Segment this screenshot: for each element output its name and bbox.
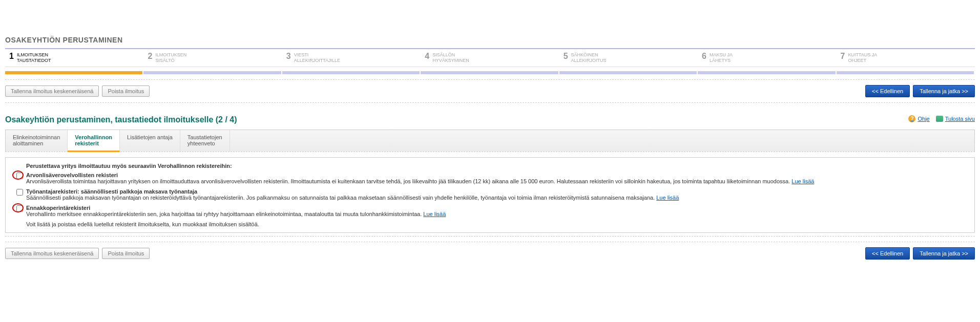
delete-notification-button[interactable]: Poista ilmoitus bbox=[102, 248, 150, 259]
register-title: Työnantajarekisteri: säännöllisesti palk… bbox=[26, 188, 967, 195]
wizard-step-line1: SÄHKÖINEN bbox=[571, 52, 607, 58]
register-desc: Säännöllisesti palkkoja maksavan työnant… bbox=[26, 195, 655, 201]
wizard-step-line1: MAKSU JA bbox=[710, 52, 733, 58]
registers-intro: Perustettava yritys ilmoittautuu myös se… bbox=[26, 163, 967, 169]
top-button-row: Tallenna ilmoitus keskeneräisenä Poista … bbox=[5, 85, 975, 97]
wizard-step-line1: SISÄLLÖN bbox=[432, 52, 469, 58]
register-item-tyonantaja: Työnantajarekisteri: säännöllisesti palk… bbox=[13, 188, 967, 201]
wizard-step-line2: TAUSTATIEDOT bbox=[17, 58, 51, 63]
wizard-step-line2: ALLEKIRJOITUS bbox=[571, 58, 607, 63]
register-item-ennakkoperinta: Ennakkoperintärekisteri Verohallinto mer… bbox=[13, 205, 967, 217]
wizard-step-num: 7 bbox=[841, 52, 845, 60]
register-desc: Arvonlisäverollista toimintaa harjoittav… bbox=[26, 178, 790, 184]
tabs: Elinkeinotoiminnanaloittaminen Verohalli… bbox=[5, 130, 975, 152]
tab-line2: rekisterit bbox=[75, 140, 112, 146]
tab-elinkeinotoiminnan-aloittaminen[interactable]: Elinkeinotoiminnanaloittaminen bbox=[6, 130, 68, 152]
highlight-circle bbox=[12, 170, 24, 180]
print-link[interactable]: Tulosta sivu bbox=[936, 116, 975, 122]
delete-notification-button[interactable]: Poista ilmoitus bbox=[102, 85, 150, 97]
wizard-step-num: 5 bbox=[564, 52, 568, 60]
wizard-step-line2: LÄHETYS bbox=[710, 58, 733, 63]
register-desc: Verohallinto merkitsee ennakkoperintärek… bbox=[26, 211, 422, 217]
tab-taustatietojen-yhteenveto[interactable]: Taustatietojenyhteenveto bbox=[180, 130, 230, 152]
help-label: Ohje bbox=[918, 116, 929, 122]
wizard-progress-bar bbox=[5, 71, 975, 74]
save-continue-button[interactable]: Tallenna ja jatka >> bbox=[913, 85, 975, 97]
wizard-steps: 1 ILMOITUKSENTAUSTATIEDOT 2 ILMOITUKSENS… bbox=[5, 48, 975, 67]
print-label: Tulosta sivu bbox=[945, 116, 975, 122]
wizard-step-line2: ALLEKIRJOITTAJILLE bbox=[294, 58, 340, 63]
wizard-step-line1: ILMOITUKSEN bbox=[155, 52, 186, 58]
wizard-step-line1: VIESTI bbox=[294, 52, 340, 58]
wizard-step-line2: OHJEET bbox=[848, 58, 877, 63]
wizard-step-num: 6 bbox=[702, 52, 706, 60]
registers-panel: Perustettava yritys ilmoittautuu myös se… bbox=[5, 157, 975, 233]
wizard-step-line2: HYVÄKSYMINEN bbox=[432, 58, 469, 63]
wizard-step-num: 2 bbox=[148, 52, 152, 60]
tab-line1: Verohallinnon bbox=[75, 134, 112, 140]
highlight-circle bbox=[12, 203, 24, 212]
tab-lisatietojen-antaja[interactable]: Lisätietojen antaja bbox=[120, 130, 180, 152]
wizard-step-6: 6 MAKSU JALÄHETYS bbox=[698, 49, 836, 67]
read-more-link[interactable]: Lue lisää bbox=[656, 195, 679, 201]
tab-line2: yhteenveto bbox=[187, 140, 222, 146]
tab-line1: Elinkeinotoiminnan bbox=[13, 134, 60, 140]
tab-line2: aloittaminen bbox=[13, 140, 60, 146]
wizard-step-num: 4 bbox=[425, 52, 429, 60]
divider bbox=[5, 242, 975, 242]
read-more-link[interactable]: Lue lisää bbox=[791, 178, 814, 184]
tab-line1: Lisätietojen antaja bbox=[127, 134, 173, 140]
wizard-step-line1: ILMOITUKSEN bbox=[17, 52, 51, 58]
wizard-step-line2: SISÄLTÖ bbox=[155, 58, 186, 63]
register-checkbox-tyonantaja[interactable] bbox=[16, 189, 23, 196]
divider bbox=[5, 102, 975, 103]
wizard-step-4: 4 SISÄLLÖNHYVÄKSYMINEN bbox=[421, 49, 559, 67]
section-heading: Osakeyhtiön perustaminen, taustatiedot i… bbox=[5, 115, 237, 124]
print-icon bbox=[936, 116, 943, 122]
wizard-step-7: 7 KUITTAUS JAOHJEET bbox=[837, 49, 975, 67]
save-draft-button[interactable]: Tallenna ilmoitus keskeneräisenä bbox=[5, 248, 99, 259]
save-continue-button[interactable]: Tallenna ja jatka >> bbox=[913, 247, 975, 260]
read-more-link[interactable]: Lue lisää bbox=[423, 211, 446, 217]
register-title: Ennakkoperintärekisteri bbox=[26, 205, 967, 211]
divider bbox=[5, 79, 975, 80]
register-title: Arvonlisäverovelvollisten rekisteri bbox=[26, 172, 967, 178]
wizard-step-line1: KUITTAUS JA bbox=[848, 52, 877, 58]
registers-footer: Voit lisätä ja poistaa edellä luetellut … bbox=[26, 221, 967, 227]
help-link[interactable]: ?Ohje bbox=[908, 115, 929, 122]
wizard-step-3: 3 VIESTIALLEKIRJOITTAJILLE bbox=[282, 49, 421, 67]
tab-line1: Taustatietojen bbox=[187, 134, 222, 140]
previous-button[interactable]: << Edellinen bbox=[865, 247, 910, 260]
bottom-button-row: Tallenna ilmoitus keskeneräisenä Poista … bbox=[5, 247, 975, 260]
register-item-alv: Arvonlisäverovelvollisten rekisteri Arvo… bbox=[13, 172, 967, 184]
wizard-step-2: 2 ILMOITUKSENSISÄLTÖ bbox=[143, 49, 282, 67]
help-icon: ? bbox=[908, 115, 915, 122]
wizard-step-1: 1 ILMOITUKSENTAUSTATIEDOT bbox=[5, 49, 143, 67]
tab-verohallinnon-rekisterit[interactable]: Verohallinnonrekisterit bbox=[68, 130, 120, 152]
save-draft-button[interactable]: Tallenna ilmoitus keskeneräisenä bbox=[5, 85, 99, 97]
page-title: OSAKEYHTIÖN PERUSTAMINEN bbox=[5, 36, 975, 44]
wizard-step-5: 5 SÄHKÖINENALLEKIRJOITUS bbox=[559, 49, 698, 67]
wizard-step-num: 3 bbox=[286, 52, 291, 60]
previous-button[interactable]: << Edellinen bbox=[865, 85, 910, 97]
wizard-step-num: 1 bbox=[9, 52, 14, 60]
